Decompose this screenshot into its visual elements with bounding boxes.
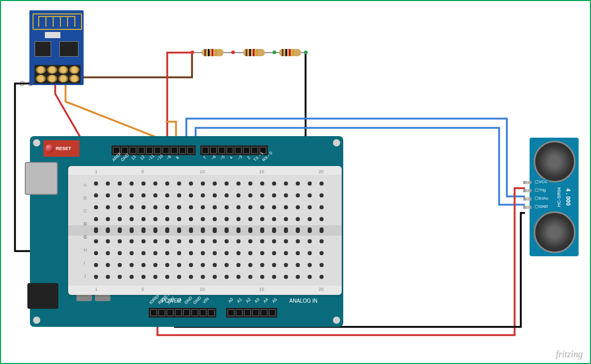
breadboard-hole	[213, 193, 217, 197]
breadboard-hole	[106, 217, 110, 221]
power-section-label: POWER	[162, 298, 181, 304]
bb-top-half	[94, 181, 324, 234]
reset-label: RESET	[56, 146, 71, 151]
breadboard-hole	[272, 205, 276, 209]
breadboard-hole	[248, 263, 252, 267]
breadboard-hole	[320, 263, 324, 267]
breadboard-hole	[225, 181, 229, 186]
breadboard-hole	[248, 217, 252, 221]
breadboard-hole	[236, 205, 241, 209]
breadboard-hole	[130, 239, 134, 243]
breadboard-hole	[201, 239, 205, 243]
hole-icon	[28, 81, 33, 86]
breadboard-hole	[308, 181, 312, 186]
breadboard-hole	[260, 239, 264, 243]
breadboard-hole	[94, 227, 98, 231]
bb-row-letters-bottom: FGHIJ	[84, 222, 87, 278]
breadboard-hole	[130, 263, 134, 267]
header-pin	[187, 147, 194, 154]
header-pin	[191, 309, 198, 316]
breadboard: ABCDE FGHIJ 1 5 10 15 20 1 5 10 15 20	[68, 166, 342, 295]
esp-pin	[69, 75, 79, 82]
breadboard-hole	[153, 217, 157, 221]
breadboard-hole	[260, 205, 264, 209]
header-pin	[150, 309, 157, 316]
breadboard-hole	[260, 275, 264, 279]
sensor-model-text: HC-SR04	[556, 187, 562, 207]
breadboard-hole	[189, 239, 193, 243]
mounting-hole-icon	[33, 317, 40, 324]
power-header	[149, 308, 216, 318]
header-pin	[175, 309, 182, 316]
esp-pin-header	[35, 65, 81, 84]
breadboard-hole	[320, 205, 324, 209]
analog-section-label: ANALOG IN	[290, 298, 317, 304]
breadboard-hole	[225, 227, 229, 231]
node-dot	[304, 51, 308, 54]
breadboard-hole	[106, 205, 110, 209]
breadboard-hole	[177, 239, 181, 243]
breadboard-hole	[106, 239, 110, 243]
breadboard-hole	[189, 263, 193, 267]
breadboard-hole	[118, 263, 122, 267]
header-pin	[243, 147, 250, 154]
breadboard-hole	[284, 205, 288, 209]
breadboard-hole	[272, 227, 276, 231]
header-pin	[183, 309, 190, 316]
breadboard-hole	[213, 263, 217, 267]
breadboard-hole	[130, 181, 134, 186]
breadboard-hole	[94, 205, 98, 209]
breadboard-hole	[118, 205, 122, 209]
bb-row-letter: I	[84, 260, 87, 266]
breadboard-hole	[260, 193, 264, 197]
breadboard-hole	[106, 193, 110, 197]
bb-col-1: 1	[95, 169, 98, 174]
mounting-hole-icon	[33, 139, 40, 146]
pin-label: A5	[270, 296, 279, 305]
header-pin	[236, 309, 243, 316]
reset-button[interactable]	[45, 144, 54, 153]
breadboard-hole	[165, 193, 169, 197]
breadboard-hole	[177, 251, 181, 255]
breadboard-hole	[236, 227, 241, 231]
sensor-pin: ▢Echo	[523, 197, 532, 201]
pin-label: A2	[244, 296, 253, 305]
breadboard-hole	[165, 275, 169, 279]
breadboard-hole	[177, 193, 181, 197]
breadboard-hole	[248, 205, 252, 209]
breadboard-hole	[94, 193, 98, 197]
breadboard-hole	[94, 217, 98, 221]
breadboard-hole	[308, 217, 312, 221]
breadboard-hole	[130, 227, 134, 231]
node-dot	[273, 51, 276, 54]
header-pin	[228, 309, 234, 316]
esp-pin	[47, 75, 57, 82]
breadboard-hole	[201, 205, 205, 209]
fritzing-watermark: fritzing	[556, 349, 583, 360]
breadboard-hole	[106, 275, 110, 279]
header-pin	[235, 147, 242, 154]
header-pin	[208, 309, 215, 316]
node-dot	[231, 51, 235, 54]
breadboard-hole	[236, 251, 241, 255]
resistor-1	[192, 49, 233, 56]
digital-pin-labels-right: 7~6~54~32TX→1RX←0	[203, 158, 274, 162]
bb-col-10b: 10	[200, 287, 205, 292]
esp-pin	[58, 75, 69, 82]
pin-label: VIN	[201, 296, 211, 305]
header-pin	[171, 147, 178, 154]
breadboard-hole	[272, 193, 276, 197]
header-pin	[210, 147, 217, 154]
bb-col-1b: 1	[95, 287, 98, 292]
bb-row-letter: J	[84, 273, 87, 278]
breadboard-hole	[141, 275, 146, 279]
crystal-icon	[45, 32, 60, 38]
breadboard-hole	[320, 251, 324, 255]
breadboard-hole	[284, 227, 288, 231]
esp-chip2	[59, 41, 78, 57]
breadboard-hole	[177, 205, 181, 209]
breadboard-hole	[118, 275, 122, 279]
resistor-3	[275, 49, 306, 56]
breadboard-hole	[260, 227, 264, 231]
header-pin	[158, 309, 165, 316]
